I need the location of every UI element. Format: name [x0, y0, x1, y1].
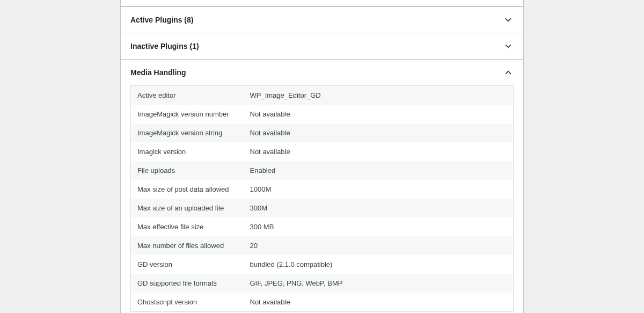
row-value: 300M	[244, 199, 514, 217]
table-row: GD version bundled (2.1.0 compatible)	[131, 255, 514, 274]
panel-title: Media Handling	[130, 68, 186, 77]
table-row: Max number of files allowed 20	[131, 236, 514, 255]
panel-header-active-plugins[interactable]: Active Plugins (8)	[121, 7, 523, 33]
table-row: Max size of post data allowed 1000M	[131, 180, 514, 199]
site-health-container: Active Plugins (8) Inactive Plugins (1) …	[120, 0, 524, 313]
row-label: Max number of files allowed	[131, 236, 244, 255]
row-label: Imagick version	[131, 142, 244, 161]
panel-header-inactive-plugins[interactable]: Inactive Plugins (1)	[121, 33, 523, 59]
previous-panel-fragment	[120, 0, 524, 6]
panel-header-media-handling[interactable]: Media Handling	[121, 60, 523, 85]
row-value: 20	[244, 236, 514, 255]
media-handling-tbody: Active editor WP_Image_Editor_GD ImageMa…	[131, 86, 514, 312]
row-value: bundled (2.1.0 compatible)	[244, 255, 514, 274]
row-label: Max effective file size	[131, 217, 244, 236]
row-label: ImageMagick version string	[131, 123, 244, 142]
chevron-down-icon	[503, 14, 514, 25]
row-label: Max size of an uploaded file	[131, 199, 244, 217]
table-row: File uploads Enabled	[131, 161, 514, 180]
table-row: ImageMagick version number Not available	[131, 105, 514, 123]
panel-title: Inactive Plugins (1)	[130, 42, 199, 50]
panel-active-plugins: Active Plugins (8)	[120, 6, 524, 33]
table-row: GD supported file formats GIF, JPEG, PNG…	[131, 274, 514, 293]
row-value: Enabled	[244, 161, 514, 180]
panel-title: Active Plugins (8)	[130, 16, 193, 24]
row-value: Not available	[244, 142, 514, 161]
row-label: Active editor	[131, 86, 244, 105]
table-row: Ghostscript version Not available	[131, 293, 514, 312]
table-row: ImageMagick version string Not available	[131, 123, 514, 142]
chevron-up-icon	[503, 67, 514, 78]
row-label: GD supported file formats	[131, 274, 244, 293]
row-value: WP_Image_Editor_GD	[244, 86, 514, 105]
row-label: Max size of post data allowed	[131, 180, 244, 199]
table-row: Max size of an uploaded file 300M	[131, 199, 514, 217]
row-value: Not available	[244, 123, 514, 142]
row-value: GIF, JPEG, PNG, WebP, BMP	[244, 274, 514, 293]
row-label: File uploads	[131, 161, 244, 180]
panel-media-handling: Media Handling Active editor WP_Image_Ed…	[120, 60, 524, 313]
row-value: Not available	[244, 293, 514, 312]
row-value: 1000M	[244, 180, 514, 199]
table-row: Imagick version Not available	[131, 142, 514, 161]
row-label: ImageMagick version number	[131, 105, 244, 123]
row-label: Ghostscript version	[131, 293, 244, 312]
table-row: Max effective file size 300 MB	[131, 217, 514, 236]
row-value: 300 MB	[244, 217, 514, 236]
row-value: Not available	[244, 105, 514, 123]
media-handling-table: Active editor WP_Image_Editor_GD ImageMa…	[130, 85, 514, 312]
chevron-down-icon	[503, 41, 514, 52]
panel-body-media-handling: Active editor WP_Image_Editor_GD ImageMa…	[121, 85, 523, 313]
row-label: GD version	[131, 255, 244, 274]
panel-inactive-plugins: Inactive Plugins (1)	[120, 33, 524, 60]
table-row: Active editor WP_Image_Editor_GD	[131, 86, 514, 105]
